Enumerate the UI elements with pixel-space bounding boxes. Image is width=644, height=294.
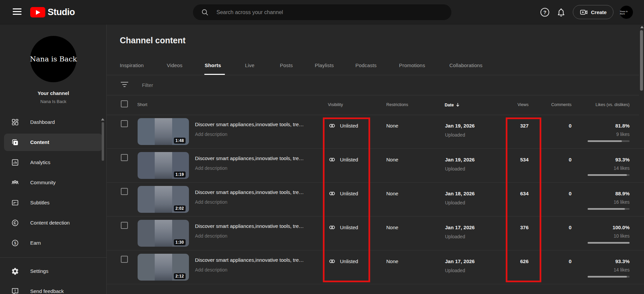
tab-inspiration[interactable]: Inspiration xyxy=(120,62,144,68)
date-cell: Jan 19, 2026 xyxy=(445,123,475,129)
sidebar-item-analytics[interactable]: Analytics xyxy=(0,152,107,173)
row-checkbox[interactable] xyxy=(121,222,128,229)
short-thumbnail[interactable]: 2:12 xyxy=(138,254,189,281)
video-plus-icon xyxy=(580,8,588,16)
short-thumbnail[interactable]: 1:19 xyxy=(138,152,189,179)
search-input[interactable] xyxy=(216,4,441,20)
date-cell: Jan 19, 2026 xyxy=(445,157,475,162)
views-cell: 634 xyxy=(495,191,529,196)
sidebar-item-content-detection[interactable]: Content detection xyxy=(0,213,107,233)
table-row[interactable]: 1:19 Discover smart appliances,innovativ… xyxy=(107,149,644,183)
main-content: Channel content Inspiration Videos Short… xyxy=(107,24,644,294)
your-channel-label: Your channel xyxy=(0,90,107,96)
filter-icon[interactable] xyxy=(121,82,128,87)
visibility-cell[interactable]: Unlisted xyxy=(328,257,358,265)
page-scrollbar-thumb[interactable] xyxy=(640,30,643,91)
short-thumbnail[interactable]: 1:30 xyxy=(138,220,189,247)
tab-shorts[interactable]: Shorts xyxy=(205,62,221,68)
menu-icon[interactable] xyxy=(13,8,21,16)
visibility-cell[interactable]: Unlisted xyxy=(328,224,358,231)
restrictions-cell: None xyxy=(386,157,398,162)
column-header-visibility[interactable]: Visibility xyxy=(328,102,343,107)
restrictions-cell: None xyxy=(386,123,398,129)
column-header-short[interactable]: Short xyxy=(137,102,147,107)
table-header: Short Visibility Restrictions Date Views… xyxy=(107,95,644,115)
notifications-bell-icon[interactable] xyxy=(556,7,566,17)
community-icon xyxy=(11,179,19,187)
visibility-cell[interactable]: Unlisted xyxy=(328,156,358,163)
sidebar-scrollbar-thumb[interactable] xyxy=(102,122,104,161)
thumbnail-image xyxy=(155,152,172,179)
thumbnail-image xyxy=(155,220,172,247)
link-icon xyxy=(328,190,336,197)
row-checkbox[interactable] xyxy=(121,154,128,161)
tab-podcasts[interactable]: Podcasts xyxy=(355,62,377,68)
short-title[interactable]: Discover smart appliances,innovative too… xyxy=(195,121,312,127)
views-cell: 626 xyxy=(495,258,529,264)
like-percentage: 88.9% xyxy=(562,191,630,196)
short-thumbnail[interactable]: 1:48 xyxy=(138,118,189,145)
sidebar-item-content[interactable]: Content xyxy=(0,132,107,152)
likes-ratio-bar xyxy=(588,208,630,210)
column-header-likes[interactable]: Likes (vs. dislikes) xyxy=(562,102,630,107)
sidebar-item-settings[interactable]: Settings xyxy=(0,261,107,281)
short-thumbnail[interactable]: 2:02 xyxy=(138,186,189,213)
tabs-divider xyxy=(107,75,639,75)
duration-badge: 2:02 xyxy=(174,205,186,211)
studio-wordmark[interactable]: Studio xyxy=(48,7,75,17)
likes-count: 9 likes xyxy=(562,132,630,137)
table-row[interactable]: 1:30 Discover smart appliances,innovativ… xyxy=(107,216,644,250)
column-header-date[interactable]: Date xyxy=(445,102,460,107)
add-description-link[interactable]: Add description xyxy=(195,132,228,137)
like-percentage: 93.3% xyxy=(562,258,630,264)
tab-posts[interactable]: Posts xyxy=(280,62,293,68)
short-title[interactable]: Discover smart appliances,innovative too… xyxy=(195,189,312,195)
dashboard-icon xyxy=(11,118,19,126)
short-title[interactable]: Discover smart appliances,innovative too… xyxy=(195,257,312,263)
filter-label[interactable]: Filter xyxy=(142,82,153,88)
tab-live[interactable]: Live xyxy=(245,62,254,68)
search-bar[interactable] xyxy=(193,4,451,20)
sidebar-item-send-feedback[interactable]: Send feedback xyxy=(0,281,107,294)
youtube-logo-icon[interactable] xyxy=(30,7,45,17)
create-label: Create xyxy=(591,9,607,15)
duration-badge: 1:48 xyxy=(174,138,186,144)
duration-badge: 2:12 xyxy=(174,273,186,279)
sidebar: Nana is Back Your channel Nana Is Back D… xyxy=(0,24,107,294)
add-description-link[interactable]: Add description xyxy=(195,199,228,205)
sidebar-item-community[interactable]: Community xyxy=(0,173,107,193)
sidebar-item-subtitles[interactable]: Subtitles xyxy=(0,193,107,213)
table-row[interactable]: 1:48 Discover smart appliances,innovativ… xyxy=(107,115,644,149)
sidebar-item-earn[interactable]: $ Earn xyxy=(0,233,107,253)
add-description-link[interactable]: Add description xyxy=(195,267,228,273)
select-all-checkbox[interactable] xyxy=(121,100,128,107)
help-icon[interactable]: ? xyxy=(540,7,550,17)
visibility-cell[interactable]: Unlisted xyxy=(328,190,358,197)
sidebar-item-dashboard[interactable]: Dashboard xyxy=(0,112,107,132)
column-header-views[interactable]: Views xyxy=(495,102,529,107)
short-title[interactable]: Discover smart appliances,innovative too… xyxy=(195,223,312,229)
link-icon xyxy=(328,122,336,130)
thumbnail-image xyxy=(155,186,172,213)
row-checkbox[interactable] xyxy=(121,120,128,127)
table-row[interactable]: 2:12 Discover smart appliances,innovativ… xyxy=(107,250,644,284)
tab-collaborations[interactable]: Collaborations xyxy=(449,62,483,68)
add-description-link[interactable]: Add description xyxy=(195,165,228,171)
date-sub-label: Uploaded xyxy=(445,268,465,273)
row-checkbox[interactable] xyxy=(121,256,128,263)
column-header-restrictions[interactable]: Restrictions xyxy=(386,102,408,107)
create-button[interactable]: Create xyxy=(573,5,613,19)
tab-videos[interactable]: Videos xyxy=(167,62,183,68)
scroll-up-icon[interactable] xyxy=(640,26,644,28)
table-row[interactable]: 2:02 Discover smart appliances,innovativ… xyxy=(107,183,644,216)
visibility-cell[interactable]: Unlisted xyxy=(328,122,358,130)
views-cell: 534 xyxy=(495,157,529,162)
sidebar-scroll-up-icon[interactable] xyxy=(101,118,104,120)
add-description-link[interactable]: Add description xyxy=(195,233,228,239)
row-checkbox[interactable] xyxy=(121,188,128,195)
channel-avatar[interactable]: Nana is Back xyxy=(30,36,77,82)
tab-playlists[interactable]: Playlists xyxy=(315,62,334,68)
short-title[interactable]: Discover smart appliances,innovative too… xyxy=(195,155,312,161)
account-avatar[interactable]: Nana is Back xyxy=(620,6,633,19)
tab-promotions[interactable]: Promotions xyxy=(399,62,425,68)
